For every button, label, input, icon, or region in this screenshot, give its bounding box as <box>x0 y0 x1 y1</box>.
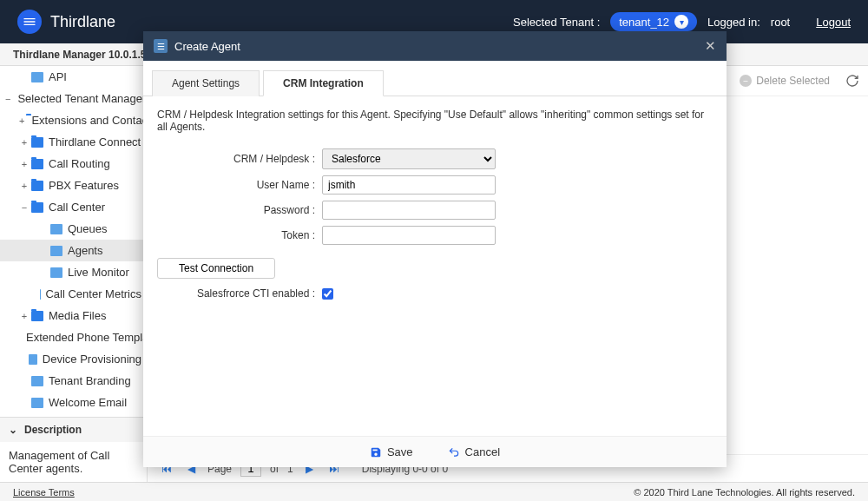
modal-tabs: Agent Settings CRM Integration <box>143 61 727 96</box>
copyright-text: © 2020 Third Lane Technologies. All righ… <box>634 487 855 498</box>
sidebar-item-extended-phone-templates[interactable]: Extended Phone Templates <box>0 326 147 348</box>
sidebar-item-welcome-email[interactable]: Welcome Email <box>0 392 147 413</box>
save-button[interactable]: Save <box>370 445 413 458</box>
sidebar-item-pbx-features[interactable]: +PBX Features <box>0 175 147 196</box>
minus-icon: − <box>740 75 752 87</box>
refresh-icon[interactable] <box>845 74 859 88</box>
folder-icon <box>31 311 43 321</box>
description-header[interactable]: ⌄ Description <box>0 418 147 442</box>
license-link[interactable]: License Terms <box>13 487 75 498</box>
save-icon <box>370 446 382 458</box>
test-connection-button[interactable]: Test Connection <box>157 258 275 279</box>
crm-select[interactable]: Salesforce <box>322 148 496 169</box>
sidebar-item-tenant-branding[interactable]: Tenant Branding <box>0 370 147 392</box>
cti-checkbox[interactable] <box>322 288 333 300</box>
create-agent-modal: ☰ Create Agent ✕ Agent Settings CRM Inte… <box>143 31 727 467</box>
footer: License Terms © 2020 Third Lane Technolo… <box>0 482 868 501</box>
password-label: Password : <box>157 204 322 216</box>
sidebar-item-label: Call Routing <box>49 157 110 170</box>
folder-icon <box>31 137 43 148</box>
version-text: Thirdlane Manager 10.0.1.55 <box>13 49 152 61</box>
sidebar-item-call-center[interactable]: −Call Center <box>0 196 147 218</box>
logout-link[interactable]: Logout <box>816 16 851 29</box>
sidebar-item-label: Selected Tenant Manager <box>17 92 146 105</box>
description-title: Description <box>24 424 82 436</box>
close-icon[interactable]: ✕ <box>705 38 716 54</box>
sidebar-item-label: Media Files <box>49 309 106 322</box>
chevron-down-icon: ▾ <box>674 15 688 29</box>
tenant-value: tenant_12 <box>619 16 669 29</box>
sidebar-item-label: Device Provisioning <box>43 353 141 366</box>
selected-tenant-label: Selected Tenant : <box>513 16 600 29</box>
tab-crm-integration[interactable]: CRM Integration <box>263 70 384 96</box>
collapse-icon[interactable]: − <box>5 94 10 104</box>
sidebar-item-label: Extended Phone Templates <box>26 331 147 344</box>
sidebar-item-label: Extensions and Contacts <box>31 114 147 127</box>
sidebar-item-label: Tenant Branding <box>49 374 131 387</box>
sidebar-item-agents[interactable]: Agents <box>0 240 147 261</box>
agent-icon: ☰ <box>154 39 168 53</box>
doc-icon <box>31 398 43 408</box>
token-input[interactable] <box>322 226 496 245</box>
modal-footer: Save Cancel <box>143 436 727 467</box>
modal-header: ☰ Create Agent ✕ <box>143 31 727 61</box>
sidebar-item-thirdlane-connect[interactable]: +Thirdlane Connect <box>0 131 147 153</box>
expand-icon[interactable]: + <box>19 115 24 126</box>
description-body: Management of Call Center agents. <box>0 442 147 482</box>
sidebar-item-label: Call Center <box>49 201 105 214</box>
folder-icon <box>31 202 43 213</box>
sidebar-item-media-files[interactable]: +Media Files <box>0 305 147 326</box>
expand-icon[interactable]: + <box>19 181 30 191</box>
tab-agent-settings[interactable]: Agent Settings <box>152 70 260 96</box>
expand-icon[interactable]: + <box>19 311 30 321</box>
password-input[interactable] <box>322 201 496 220</box>
doc-icon <box>50 224 62 234</box>
brand-name: Thirdlane <box>50 13 115 31</box>
sidebar-item-queues[interactable]: Queues <box>0 218 147 240</box>
doc-icon <box>31 376 43 386</box>
tenant-selector[interactable]: tenant_12 ▾ <box>610 12 697 31</box>
username-input[interactable] <box>322 175 496 194</box>
sidebar-item-label: Live Monitor <box>68 266 129 279</box>
modal-body: CRM / Helpdesk Integration settings for … <box>143 96 727 436</box>
username-label: User Name : <box>157 179 322 191</box>
sidebar-item-label: Welcome Email <box>49 396 127 409</box>
delete-selected-button[interactable]: − Delete Selected <box>731 71 838 90</box>
crm-label: CRM / Helpdesk : <box>157 153 322 165</box>
sidebar-item-api[interactable]: API <box>0 66 147 88</box>
token-label: Token : <box>157 229 322 241</box>
logo-icon <box>17 10 42 34</box>
doc-icon <box>50 267 62 278</box>
sidebar-item-label: Thirdlane Connect <box>49 135 141 148</box>
sidebar-item-label: Queues <box>68 222 108 235</box>
folder-icon <box>31 181 43 191</box>
integration-hint: CRM / Helpdesk Integration settings for … <box>157 109 713 133</box>
logged-in-label: Logged in: <box>707 16 760 29</box>
sidebar-item-extensions-and-contacts[interactable]: +Extensions and Contacts <box>0 109 147 131</box>
nav-tree: API−Selected Tenant Manager+Extensions a… <box>0 66 147 417</box>
sidebar-item-live-monitor[interactable]: Live Monitor <box>0 261 147 283</box>
sidebar-item-selected-tenant-manager[interactable]: −Selected Tenant Manager <box>0 88 147 109</box>
expand-icon[interactable]: + <box>19 137 30 148</box>
sidebar-item-label: API <box>49 70 67 83</box>
logged-in-user: root <box>771 16 790 29</box>
sidebar-item-label: Call Center Metrics <box>45 287 141 300</box>
folder-icon <box>31 159 43 169</box>
sidebar-item-device-provisioning[interactable]: Device Provisioning <box>0 348 147 370</box>
sidebar-item-label: PBX Features <box>49 179 119 192</box>
undo-icon <box>448 446 460 458</box>
sidebar-item-call-routing[interactable]: +Call Routing <box>0 153 147 175</box>
modal-title: Create Agent <box>174 40 240 53</box>
chevron-down-icon: ⌄ <box>9 424 17 436</box>
sidebar-item-label: Agents <box>68 244 102 257</box>
collapse-icon[interactable]: − <box>19 202 30 213</box>
doc-icon <box>29 354 37 365</box>
sidebar-item-call-center-metrics[interactable]: Call Center Metrics <box>0 283 147 305</box>
doc-icon <box>50 246 62 256</box>
cancel-button[interactable]: Cancel <box>448 445 500 458</box>
sidebar: API−Selected Tenant Manager+Extensions a… <box>0 66 148 482</box>
cti-label: Salesfrorce CTI enabled : <box>157 287 322 300</box>
expand-icon[interactable]: + <box>19 159 30 169</box>
doc-icon <box>31 72 43 82</box>
